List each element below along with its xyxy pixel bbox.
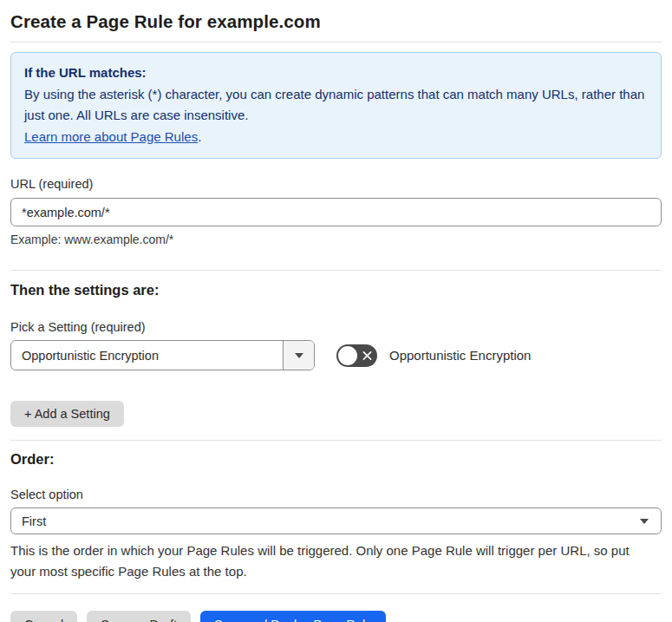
info-callout-link-line: Learn more about Page Rules. [24,127,648,148]
toggle-setting-label: Opportunistic Encryption [389,348,531,363]
toggle-knob [338,346,357,365]
save-as-draft-button[interactable]: Save as Draft [87,611,191,622]
footer-actions: Cancel Save as Draft Save and Deploy Pag… [10,611,662,622]
learn-more-link[interactable]: Learn more about Page Rules [24,129,198,144]
opportunistic-encryption-toggle[interactable] [336,344,377,367]
settings-section-heading: Then the settings are: [10,282,662,298]
x-icon [362,350,372,360]
url-section-divider [10,270,662,271]
url-field-label: URL (required) [10,177,662,191]
url-matches-info-callout: If the URL matches: By using the asteris… [10,52,662,159]
url-input[interactable] [10,198,662,226]
chevron-down-icon [640,519,649,524]
cancel-button[interactable]: Cancel [10,611,77,622]
link-suffix: . [198,129,201,144]
info-callout-heading: If the URL matches: [24,62,648,84]
title-divider [10,42,662,43]
chevron-down-icon [295,353,303,358]
order-select-value: First [22,514,640,528]
pick-setting-label: Pick a Setting (required) [10,320,662,334]
setting-select[interactable]: Opportunistic Encryption [10,340,315,370]
order-section-heading: Order: [10,451,662,468]
order-select-label: Select option [10,488,662,501]
setting-select-arrow-button[interactable] [283,341,314,370]
footer-divider [10,593,662,594]
info-callout-body: By using the asterisk (*) character, you… [24,84,648,127]
page-title: Create a Page Rule for example.com [10,0,662,32]
settings-section-divider [10,440,662,441]
setting-controls-row: Opportunistic Encryption Opportunistic E… [10,340,662,370]
setting-select-value: Opportunistic Encryption [11,341,283,370]
info-callout-body-text: By using the asterisk (*) character, you… [24,87,644,123]
create-page-rule-form: Create a Page Rule for example.com If th… [0,0,672,622]
add-setting-button[interactable]: + Add a Setting [10,401,124,427]
order-help-text: This is the order in which your Page Rul… [10,540,656,581]
url-example-helper: Example: www.example.com/* [10,232,662,246]
order-select[interactable]: First [10,507,662,534]
save-and-deploy-button[interactable]: Save and Deploy Page Rule [200,611,386,622]
